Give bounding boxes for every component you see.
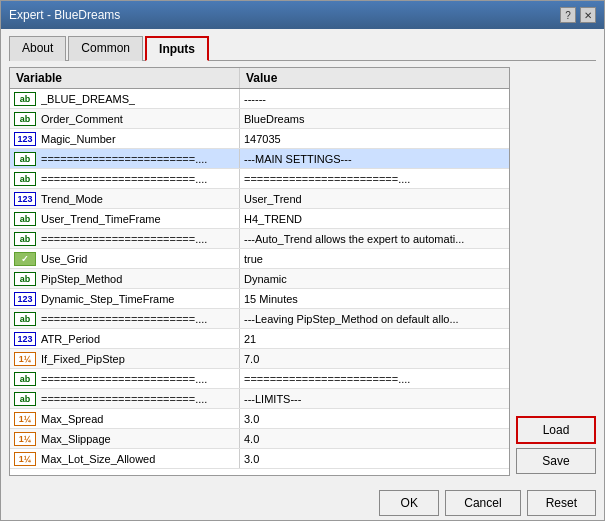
table-row[interactable]: ab========================....---MAIN SE… bbox=[10, 149, 509, 169]
variable-value: ---Leaving PipStep_Method on default all… bbox=[240, 309, 509, 328]
table-row[interactable]: ab========================....==========… bbox=[10, 169, 509, 189]
type-badge: ab bbox=[14, 152, 36, 166]
tab-inputs[interactable]: Inputs bbox=[145, 36, 209, 61]
table-row[interactable]: 123Magic_Number147035 bbox=[10, 129, 509, 149]
table-row[interactable]: 1¼Max_Spread3.0 bbox=[10, 409, 509, 429]
tab-about[interactable]: About bbox=[9, 36, 66, 61]
main-area: Variable Value ab_BLUE_DREAMS_------abOr… bbox=[9, 67, 596, 476]
table-header: Variable Value bbox=[10, 68, 509, 89]
title-controls: ? ✕ bbox=[560, 7, 596, 23]
variable-name: _BLUE_DREAMS_ bbox=[41, 93, 135, 105]
type-badge: 123 bbox=[14, 132, 36, 146]
type-badge: 123 bbox=[14, 192, 36, 206]
dialog-window: Expert - BlueDreams ? ✕ About Common Inp… bbox=[0, 0, 605, 521]
variable-name: Max_Slippage bbox=[41, 433, 111, 445]
cancel-button[interactable]: Cancel bbox=[445, 490, 520, 516]
dialog-title: Expert - BlueDreams bbox=[9, 8, 120, 22]
variable-name: Use_Grid bbox=[41, 253, 87, 265]
type-badge: ab bbox=[14, 232, 36, 246]
type-badge: ab bbox=[14, 112, 36, 126]
table-row[interactable]: ab========================....---Leaving… bbox=[10, 309, 509, 329]
type-badge: 1¼ bbox=[14, 452, 36, 466]
variable-name: ========================.... bbox=[41, 393, 207, 405]
variable-value: 15 Minutes bbox=[240, 289, 509, 308]
variable-value: 3.0 bbox=[240, 409, 509, 428]
type-badge: ab bbox=[14, 372, 36, 386]
table-row[interactable]: 123Dynamic_Step_TimeFrame15 Minutes bbox=[10, 289, 509, 309]
variable-value: H4_TREND bbox=[240, 209, 509, 228]
variable-name: ========================.... bbox=[41, 373, 207, 385]
type-badge: 1¼ bbox=[14, 412, 36, 426]
variable-name: Max_Spread bbox=[41, 413, 103, 425]
variable-name: ========================.... bbox=[41, 233, 207, 245]
variable-name: ATR_Period bbox=[41, 333, 100, 345]
table-row[interactable]: 1¼Max_Slippage4.0 bbox=[10, 429, 509, 449]
type-badge: ab bbox=[14, 212, 36, 226]
col-header-variable: Variable bbox=[10, 68, 240, 88]
variable-value: ------ bbox=[240, 89, 509, 108]
variable-value: ========================.... bbox=[240, 369, 509, 388]
type-badge: 123 bbox=[14, 292, 36, 306]
type-badge: 1¼ bbox=[14, 352, 36, 366]
variable-name: Dynamic_Step_TimeFrame bbox=[41, 293, 174, 305]
help-button[interactable]: ? bbox=[560, 7, 576, 23]
variable-value: ---Auto_Trend allows the expert to autom… bbox=[240, 229, 509, 248]
variable-value: ---MAIN SETTINGS--- bbox=[240, 149, 509, 168]
table-container: Variable Value ab_BLUE_DREAMS_------abOr… bbox=[9, 67, 510, 476]
variable-name: PipStep_Method bbox=[41, 273, 122, 285]
table-row[interactable]: ✓Use_Gridtrue bbox=[10, 249, 509, 269]
title-bar: Expert - BlueDreams ? ✕ bbox=[1, 1, 604, 29]
table-row[interactable]: 123Trend_ModeUser_Trend bbox=[10, 189, 509, 209]
table-row[interactable]: ab========================....---LIMITS-… bbox=[10, 389, 509, 409]
tab-common[interactable]: Common bbox=[68, 36, 143, 61]
reset-button[interactable]: Reset bbox=[527, 490, 596, 516]
type-badge: 1¼ bbox=[14, 432, 36, 446]
type-badge: ab bbox=[14, 92, 36, 106]
sidebar-buttons: Load Save bbox=[516, 67, 596, 476]
variable-value: 147035 bbox=[240, 129, 509, 148]
close-button[interactable]: ✕ bbox=[580, 7, 596, 23]
table-row[interactable]: 1¼If_Fixed_PipStep7.0 bbox=[10, 349, 509, 369]
type-badge: ab bbox=[14, 172, 36, 186]
variable-name: Max_Lot_Size_Allowed bbox=[41, 453, 155, 465]
table-row[interactable]: ab========================....==========… bbox=[10, 369, 509, 389]
variable-name: If_Fixed_PipStep bbox=[41, 353, 125, 365]
table-row[interactable]: ab========================....---Auto_Tr… bbox=[10, 229, 509, 249]
variable-value: true bbox=[240, 249, 509, 268]
table-row[interactable]: 1¼Max_Lot_Size_Allowed3.0 bbox=[10, 449, 509, 469]
table-row[interactable]: 123ATR_Period21 bbox=[10, 329, 509, 349]
variable-value: ---LIMITS--- bbox=[240, 389, 509, 408]
save-button[interactable]: Save bbox=[516, 448, 596, 474]
tab-bar: About Common Inputs bbox=[9, 35, 596, 61]
table-row[interactable]: abUser_Trend_TimeFrameH4_TREND bbox=[10, 209, 509, 229]
type-badge: ab bbox=[14, 392, 36, 406]
variable-name: ========================.... bbox=[41, 153, 207, 165]
variable-name: User_Trend_TimeFrame bbox=[41, 213, 161, 225]
table-row[interactable]: ab_BLUE_DREAMS_------ bbox=[10, 89, 509, 109]
type-badge: ab bbox=[14, 272, 36, 286]
variable-value: User_Trend bbox=[240, 189, 509, 208]
footer-bar: OK Cancel Reset bbox=[1, 484, 604, 520]
variable-value: 4.0 bbox=[240, 429, 509, 448]
ok-button[interactable]: OK bbox=[379, 490, 439, 516]
table-row[interactable]: abPipStep_MethodDynamic bbox=[10, 269, 509, 289]
col-header-value: Value bbox=[240, 68, 509, 88]
table-body[interactable]: ab_BLUE_DREAMS_------abOrder_CommentBlue… bbox=[10, 89, 509, 475]
variable-name: Order_Comment bbox=[41, 113, 123, 125]
variable-value: 21 bbox=[240, 329, 509, 348]
load-button[interactable]: Load bbox=[516, 416, 596, 444]
variable-value: BlueDreams bbox=[240, 109, 509, 128]
dialog-content: About Common Inputs Variable Value ab_BL… bbox=[1, 29, 604, 484]
type-badge: ✓ bbox=[14, 252, 36, 266]
variable-name: ========================.... bbox=[41, 173, 207, 185]
variable-name: ========================.... bbox=[41, 313, 207, 325]
variable-value: Dynamic bbox=[240, 269, 509, 288]
variable-value: ========================.... bbox=[240, 169, 509, 188]
variable-value: 7.0 bbox=[240, 349, 509, 368]
type-badge: 123 bbox=[14, 332, 36, 346]
table-row[interactable]: abOrder_CommentBlueDreams bbox=[10, 109, 509, 129]
variable-name: Trend_Mode bbox=[41, 193, 103, 205]
type-badge: ab bbox=[14, 312, 36, 326]
variable-name: Magic_Number bbox=[41, 133, 116, 145]
variable-value: 3.0 bbox=[240, 449, 509, 468]
